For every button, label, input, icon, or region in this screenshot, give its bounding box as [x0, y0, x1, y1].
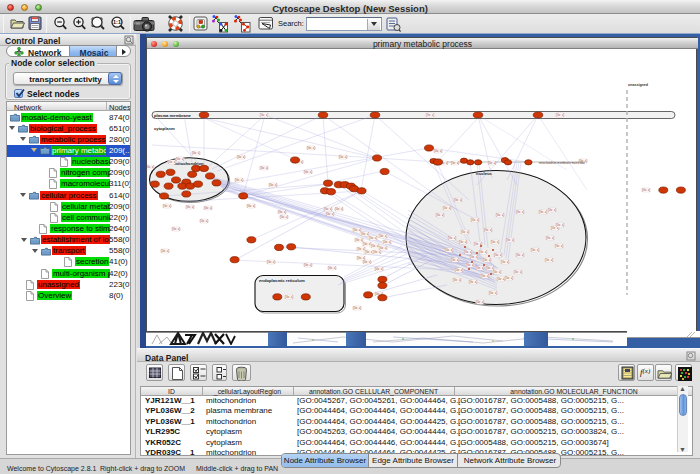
svg-text:[Go: a]: [Go: a] [361, 232, 369, 236]
svg-text:[Go: a]: [Go: a] [516, 210, 524, 214]
svg-text:endoplasmic reticulum: endoplasmic reticulum [259, 278, 305, 283]
svg-text:[Go: a]: [Go: a] [455, 268, 463, 272]
svg-text:[Go: a]: [Go: a] [235, 178, 243, 182]
svg-text:[Go: a]: [Go: a] [476, 300, 484, 304]
svg-text:[Go: a]: [Go: a] [469, 280, 477, 284]
svg-text:[Go: a]: [Go: a] [375, 267, 383, 271]
svg-text:[Go: a]: [Go: a] [491, 240, 499, 244]
svg-text:[Go: a]: [Go: a] [172, 227, 180, 231]
svg-text:[Go: a]: [Go: a] [379, 234, 387, 238]
svg-text:1:1: 1:1 [113, 19, 121, 25]
svg-text:[Go: a]: [Go: a] [161, 249, 169, 253]
svg-text:[Go: a]: [Go: a] [357, 247, 365, 251]
svg-text:[Go: a]: [Go: a] [260, 113, 268, 117]
svg-text:[Go: a]: [Go: a] [555, 244, 563, 248]
svg-text:[Go: a]: [Go: a] [493, 270, 501, 274]
svg-text:[Go: a]: [Go: a] [488, 161, 496, 165]
svg-text:[Go: a]: [Go: a] [436, 213, 444, 217]
svg-text:[Go: a]: [Go: a] [451, 161, 459, 165]
svg-text:[Go: a]: [Go: a] [481, 274, 489, 278]
svg-text:[Go: a]: [Go: a] [260, 166, 268, 170]
svg-text:cytoplasm: cytoplasm [154, 126, 175, 131]
svg-text:[Go: a]: [Go: a] [304, 170, 312, 174]
svg-text:[Go: a]: [Go: a] [307, 146, 315, 150]
svg-text:[Go: a]: [Go: a] [443, 206, 451, 210]
svg-text:[Go: a]: [Go: a] [531, 248, 539, 252]
svg-text:[Go: a]: [Go: a] [176, 157, 184, 161]
svg-text:mitochondrion membrane matrix: mitochondrion membrane matrix and [539, 161, 585, 165]
svg-text:[Go: a]: [Go: a] [497, 277, 505, 281]
svg-text:[Go: a]: [Go: a] [168, 160, 176, 164]
svg-text:[Go: a]: [Go: a] [335, 207, 343, 211]
svg-text:[Go: a]: [Go: a] [267, 260, 275, 264]
svg-text:[Go: a]: [Go: a] [357, 256, 365, 260]
svg-text:[Go: a]: [Go: a] [247, 204, 255, 208]
svg-text:[Go: a]: [Go: a] [280, 215, 288, 219]
svg-text:[Go: a]: [Go: a] [269, 183, 277, 187]
svg-text:[Go: a]: [Go: a] [486, 266, 494, 270]
svg-text:[Go: a]: [Go: a] [304, 263, 312, 267]
svg-text:[Go: a]: [Go: a] [505, 276, 513, 280]
svg-text:[Go: a]: [Go: a] [556, 223, 564, 227]
svg-text:[Go: a]: [Go: a] [501, 260, 509, 264]
svg-text:[Go: a]: [Go: a] [326, 212, 334, 216]
svg-text:[Go: a]: [Go: a] [237, 155, 245, 159]
svg-text:[Go: a]: [Go: a] [516, 253, 524, 257]
svg-text:[Go: a]: [Go: a] [278, 210, 286, 214]
svg-text:[Go: a]: [Go: a] [373, 250, 381, 254]
svg-text:[Go: a]: [Go: a] [353, 228, 361, 232]
svg-text:[Go: a]: [Go: a] [453, 278, 461, 282]
svg-text:[Go: a]: [Go: a] [200, 219, 208, 223]
svg-text:[Go: a]: [Go: a] [642, 188, 650, 192]
svg-text:[Go: a]: [Go: a] [324, 207, 332, 211]
svg-text:[Go: a]: [Go: a] [434, 149, 442, 153]
svg-text:[Go: a]: [Go: a] [186, 205, 194, 209]
svg-text:[Go: a]: [Go: a] [147, 165, 154, 169]
svg-text:[Go: a]: [Go: a] [448, 236, 456, 240]
svg-text:[Go: a]: [Go: a] [476, 266, 484, 270]
svg-text:[Go: a]: [Go: a] [483, 258, 491, 262]
svg-text:[Go: a]: [Go: a] [328, 266, 336, 270]
svg-text:[Go: a]: [Go: a] [426, 113, 434, 117]
svg-text:[Go: a]: [Go: a] [204, 206, 212, 210]
svg-text:[Go: a]: [Go: a] [339, 155, 347, 159]
svg-text:[Go: a]: [Go: a] [489, 291, 497, 295]
svg-text:[Go: a]: [Go: a] [546, 236, 554, 240]
svg-text:[Go: a]: [Go: a] [451, 258, 459, 262]
svg-text:[Go: a]: [Go: a] [461, 230, 469, 234]
svg-text:[Go: a]: [Go: a] [471, 218, 479, 222]
svg-text:[Go: a]: [Go: a] [379, 246, 387, 250]
svg-text:[Go: a]: [Go: a] [556, 113, 564, 117]
svg-text:[Go: a]: [Go: a] [470, 255, 478, 259]
svg-text:[Go: a]: [Go: a] [445, 248, 453, 252]
svg-text:[Go: a]: [Go: a] [363, 260, 371, 264]
svg-text:[Go: a]: [Go: a] [514, 270, 522, 274]
svg-text:[Go: a]: [Go: a] [466, 263, 474, 267]
svg-text:[Go: a]: [Go: a] [192, 151, 200, 155]
svg-text:[Go: a]: [Go: a] [163, 204, 171, 208]
svg-text:[Go: a]: [Go: a] [464, 250, 472, 254]
svg-text:[Go: a]: [Go: a] [496, 213, 504, 217]
svg-text:[Go: a]: [Go: a] [454, 198, 462, 202]
svg-text:[Go: a]: [Go: a] [545, 258, 553, 262]
svg-text:[Go: a]: [Go: a] [539, 210, 547, 214]
svg-text:[Go: a]: [Go: a] [383, 240, 391, 244]
svg-text:[Go: a]: [Go: a] [548, 208, 556, 212]
svg-text:[Go: a]: [Go: a] [353, 306, 361, 310]
svg-text:[Go: a]: [Go: a] [355, 238, 363, 242]
svg-text:[Go: a]: [Go: a] [506, 238, 514, 242]
svg-text:plasma membrane: plasma membrane [154, 113, 191, 118]
svg-text:nucleus: nucleus [476, 171, 492, 176]
svg-text:[Go: a]: [Go: a] [479, 250, 487, 254]
svg-text:[Go: a]: [Go: a] [369, 236, 377, 240]
svg-text:[Go: a]: [Go: a] [484, 228, 492, 232]
svg-text:unassigned: unassigned [628, 83, 648, 87]
svg-text:[Go: a]: [Go: a] [285, 295, 293, 299]
svg-text:[Go: a]: [Go: a] [494, 253, 502, 257]
svg-text:[Go: a]: [Go: a] [459, 240, 467, 244]
